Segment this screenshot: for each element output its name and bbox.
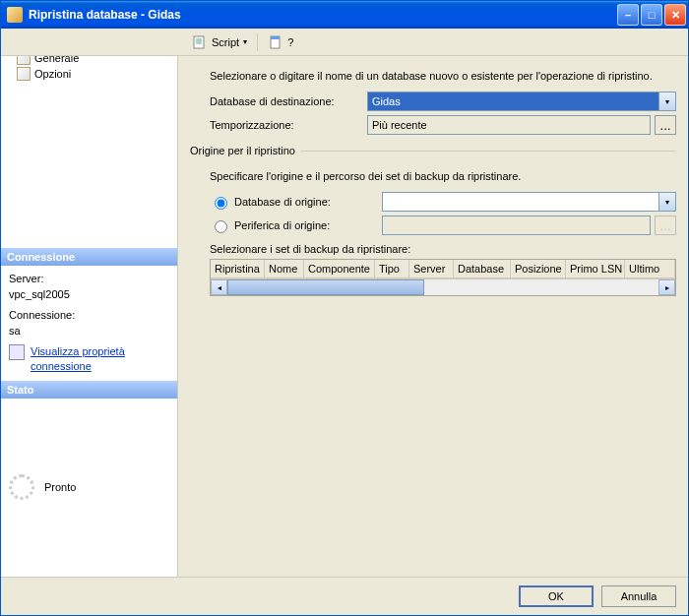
backup-sets-grid[interactable]: Ripristina Nome Componente Tipo Server D… bbox=[210, 259, 676, 296]
destination-desc: Selezionare o digitare il nome di un dat… bbox=[210, 70, 676, 82]
properties-icon bbox=[9, 344, 25, 360]
grid-header: Ripristina Nome Componente Tipo Server D… bbox=[211, 260, 675, 278]
status-panel: Pronto bbox=[1, 399, 177, 577]
hscrollbar[interactable]: ◂ ▸ bbox=[211, 278, 675, 295]
minimize-button[interactable]: – bbox=[617, 4, 639, 26]
dest-db-dropdown-button[interactable]: ▾ bbox=[659, 92, 676, 111]
scroll-right-button[interactable]: ▸ bbox=[658, 279, 675, 295]
dest-db-input[interactable] bbox=[367, 92, 659, 111]
col-primo-lsn[interactable]: Primo LSN bbox=[566, 260, 625, 277]
source-db-dropdown-button[interactable]: ▾ bbox=[659, 192, 676, 212]
sidebar: Selezione pagina Generale Opzioni Connes… bbox=[1, 29, 178, 577]
time-browse-button[interactable]: ... bbox=[655, 115, 676, 135]
svg-rect-2 bbox=[271, 36, 280, 39]
section-source-title: Origine per il ripristino bbox=[190, 145, 676, 156]
col-tipo[interactable]: Tipo bbox=[375, 260, 409, 277]
chevron-down-icon: ▾ bbox=[665, 198, 669, 207]
scroll-track[interactable] bbox=[424, 279, 658, 295]
titlebar: Ripristina database - Gidas – □ ✕ bbox=[1, 1, 688, 29]
backup-sets-label: Selezionare i set di backup da ripristin… bbox=[210, 243, 676, 255]
scroll-left-button[interactable]: ◂ bbox=[211, 279, 227, 295]
source-desc: Specificare l'origine e il percorso dei … bbox=[210, 170, 676, 182]
page-item-opzioni[interactable]: Opzioni bbox=[7, 66, 171, 82]
ok-button[interactable]: OK bbox=[519, 585, 594, 607]
dialog-body: Selezione pagina Generale Opzioni Connes… bbox=[1, 29, 688, 577]
radio-row-dev: Periferica di origine: ... bbox=[210, 216, 676, 235]
backup-sets-area: Selezionare i set di backup da ripristin… bbox=[210, 243, 676, 296]
section-source-body: Specificare l'origine e il percorso dei … bbox=[190, 164, 676, 296]
server-label: Server: bbox=[9, 272, 169, 286]
section-destination-body: Selezionare o digitare il nome di un dat… bbox=[190, 64, 676, 139]
toolbar-separator bbox=[257, 33, 258, 51]
action-button[interactable]: ? bbox=[264, 32, 297, 52]
connection-value: sa bbox=[9, 324, 169, 339]
script-icon bbox=[192, 34, 208, 50]
script-button[interactable]: Script ▾ bbox=[188, 32, 251, 52]
sidebar-header-connection: Connessione bbox=[1, 248, 177, 266]
source-device-input bbox=[382, 216, 651, 235]
col-nome[interactable]: Nome bbox=[265, 260, 304, 277]
chevron-down-icon: ▾ bbox=[665, 97, 669, 106]
col-ripristina[interactable]: Ripristina bbox=[211, 260, 265, 277]
col-server[interactable]: Server bbox=[409, 260, 454, 277]
col-database[interactable]: Database bbox=[454, 260, 511, 277]
chevron-down-icon: ▾ bbox=[243, 37, 247, 46]
scroll-thumb[interactable] bbox=[227, 279, 424, 295]
dest-db-label: Database di destinazione: bbox=[210, 95, 367, 107]
svg-rect-0 bbox=[194, 36, 204, 48]
source-db-label[interactable]: Database di origine: bbox=[234, 196, 382, 208]
source-db-input[interactable] bbox=[382, 192, 659, 212]
toolbar: Script ▾ ? bbox=[1, 29, 688, 56]
server-value: vpc_sql2005 bbox=[9, 287, 169, 302]
view-connection-properties-link[interactable]: Visualizza proprietà connessione bbox=[31, 344, 169, 375]
script-label: Script bbox=[212, 36, 239, 48]
app-icon bbox=[7, 7, 23, 23]
source-db-combo[interactable]: ▾ bbox=[382, 192, 676, 212]
spinner-icon bbox=[9, 474, 34, 500]
source-device-browse-button: ... bbox=[655, 216, 676, 235]
source-db-radio[interactable] bbox=[215, 197, 227, 210]
dest-db-combo[interactable]: ▾ bbox=[367, 92, 676, 111]
connection-panel: Server: vpc_sql2005 Connessione: sa Visu… bbox=[1, 266, 177, 380]
dialog-window: Ripristina database - Gidas – □ ✕ Selezi… bbox=[0, 0, 689, 616]
status-text: Pronto bbox=[44, 481, 76, 493]
time-input bbox=[367, 115, 651, 135]
titlebar-text: Ripristina database - Gidas bbox=[29, 8, 617, 22]
help-label: ? bbox=[287, 36, 293, 48]
main-panel: Destinazione per il ripristino Seleziona… bbox=[178, 29, 688, 577]
cancel-button[interactable]: Annulla bbox=[601, 585, 676, 607]
radio-row-db: Database di origine: ▾ bbox=[210, 192, 676, 212]
page-item-label: Opzioni bbox=[34, 68, 71, 80]
time-label: Temporizzazione: bbox=[210, 119, 367, 131]
sidebar-header-status: Stato bbox=[1, 381, 177, 399]
close-button[interactable]: ✕ bbox=[664, 4, 686, 26]
col-ultimo[interactable]: Ultimo bbox=[625, 260, 675, 277]
window-controls: – □ ✕ bbox=[617, 4, 686, 26]
connection-label: Connessione: bbox=[9, 308, 169, 323]
footer: OK Annulla bbox=[1, 577, 688, 615]
source-device-radio[interactable] bbox=[215, 220, 227, 233]
maximize-button[interactable]: □ bbox=[641, 4, 662, 26]
col-posizione[interactable]: Posizione bbox=[511, 260, 566, 277]
document-icon bbox=[268, 34, 283, 50]
col-componente[interactable]: Componente bbox=[304, 260, 375, 277]
source-device-label[interactable]: Periferica di origine: bbox=[234, 219, 382, 231]
page-icon bbox=[17, 67, 31, 81]
